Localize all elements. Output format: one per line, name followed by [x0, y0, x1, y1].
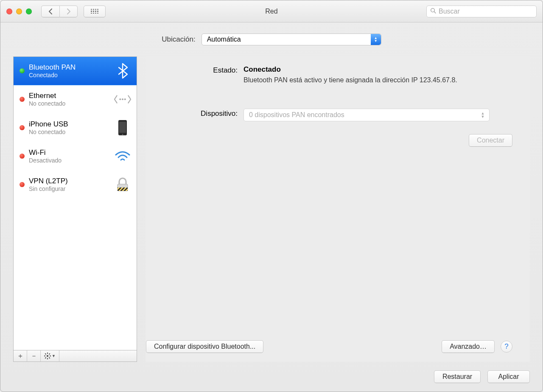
svg-line-19 [49, 353, 50, 354]
advanced-button[interactable]: Avanzado… [442, 340, 495, 353]
service-name: iPhone USB [29, 120, 109, 129]
svg-line-16 [45, 353, 46, 354]
svg-point-3 [122, 98, 123, 100]
device-value-block: 0 dispositivos PAN encontrados ▲▼ [244, 109, 512, 121]
help-icon: ? [504, 342, 508, 351]
service-text: iPhone USB No conectado [29, 120, 109, 135]
lock-icon [114, 176, 132, 193]
device-row: Dispositivo: 0 dispositivos PAN encontra… [146, 109, 512, 121]
state-label: Estado: [146, 65, 244, 85]
forward-button[interactable] [59, 6, 78, 17]
svg-point-2 [119, 98, 121, 100]
titlebar: Red Buscar [0, 0, 543, 22]
sidebar: Bluetooth PAN Conectado Ethernet No cone… [13, 56, 137, 362]
show-all-button[interactable] [84, 6, 106, 17]
service-status: Desactivado [29, 157, 109, 164]
gear-icon [44, 353, 51, 359]
add-service-button[interactable]: ＋ [14, 350, 27, 361]
updown-arrows-icon: ▲▼ [480, 112, 486, 118]
device-label: Dispositivo: [146, 109, 244, 121]
back-button[interactable] [41, 6, 59, 17]
state-value-block: Conectado Bluetooth PAN está activo y ti… [244, 65, 512, 85]
service-status: Sin configurar [29, 185, 109, 192]
bluetooth-icon [114, 62, 132, 80]
service-item-vpn[interactable]: VPN (L2TP) Sin configurar [14, 171, 137, 199]
configure-bluetooth-button[interactable]: Configurar dispositivo Bluetooth... [146, 340, 263, 353]
service-name: Ethernet [29, 92, 109, 100]
window-footer: Restaurar Aplicar [0, 362, 543, 392]
service-status: No conectado [29, 100, 109, 107]
service-item-wifi[interactable]: Wi-Fi Desactivado [14, 142, 137, 171]
status-dot-icon [20, 125, 25, 130]
network-preferences-window: Red Buscar Ubicación: Automática ▲▼ Blue… [0, 0, 543, 392]
service-name: VPN (L2TP) [29, 177, 109, 185]
status-dot-icon [20, 154, 25, 159]
remove-service-button[interactable]: － [27, 350, 41, 361]
chevron-left-icon [48, 8, 53, 14]
ethernet-icon [114, 90, 132, 108]
content-area: Bluetooth PAN Conectado Ethernet No cone… [0, 56, 543, 362]
state-row: Estado: Conectado Bluetooth PAN está act… [146, 65, 512, 85]
device-select-value: 0 dispositivos PAN encontrados [249, 111, 344, 119]
search-placeholder: Buscar [439, 8, 460, 15]
device-select[interactable]: 0 dispositivos PAN encontrados ▲▼ [244, 109, 490, 121]
service-text: Wi-Fi Desactivado [29, 148, 109, 164]
updown-arrows-icon: ▲▼ [371, 34, 381, 45]
state-value: Conectado [244, 65, 512, 74]
service-text: Ethernet No conectado [29, 92, 109, 107]
svg-point-11 [47, 355, 48, 357]
iphone-icon [114, 119, 132, 137]
service-list: Bluetooth PAN Conectado Ethernet No cone… [13, 56, 137, 350]
location-label: Ubicación: [162, 35, 195, 44]
status-dot-icon [20, 68, 25, 73]
service-status: No conectado [29, 129, 109, 135]
location-select[interactable]: Automática ▲▼ [202, 34, 381, 45]
service-actions-menu[interactable]: ▼ [41, 350, 59, 361]
service-name: Wi-Fi [29, 148, 109, 157]
detail-panel: Estado: Conectado Bluetooth PAN está act… [146, 56, 530, 362]
close-window-button[interactable] [6, 8, 12, 14]
connect-row: Conectar [146, 134, 512, 147]
search-icon [430, 8, 436, 15]
svg-point-4 [124, 98, 126, 100]
service-item-ethernet[interactable]: Ethernet No conectado [14, 85, 137, 114]
chevron-down-icon: ▼ [52, 354, 56, 358]
traffic-lights [6, 8, 32, 14]
help-button[interactable]: ? [501, 341, 512, 353]
revert-button[interactable]: Restaurar [434, 370, 481, 383]
svg-rect-9 [118, 188, 128, 191]
location-value: Automática [207, 36, 241, 43]
service-item-iphone-usb[interactable]: iPhone USB No conectado [14, 114, 137, 142]
svg-rect-6 [119, 122, 126, 133]
svg-line-1 [434, 11, 436, 13]
svg-line-17 [49, 358, 50, 358]
apply-button[interactable]: Aplicar [487, 370, 530, 383]
status-dot-icon [20, 182, 25, 187]
detail-footer: Configurar dispositivo Bluetooth... Avan… [146, 340, 512, 353]
status-dot-icon [20, 97, 25, 102]
service-text: Bluetooth PAN Conectado [29, 63, 109, 78]
service-text: VPN (L2TP) Sin configurar [29, 177, 109, 192]
wifi-icon [114, 147, 132, 165]
search-input[interactable]: Buscar [426, 6, 537, 17]
minimize-window-button[interactable] [16, 8, 22, 14]
service-item-bluetooth-pan[interactable]: Bluetooth PAN Conectado [14, 57, 137, 85]
grid-icon [91, 9, 98, 14]
connect-button[interactable]: Conectar [469, 134, 512, 147]
svg-point-7 [122, 134, 123, 135]
service-status: Conectado [29, 72, 109, 78]
sidebar-footer: ＋ － ▼ [13, 350, 137, 362]
state-description: Bluetooth PAN está activo y tiene asigna… [244, 76, 481, 85]
chevron-right-icon [66, 8, 71, 14]
location-row: Ubicación: Automática ▲▼ [0, 22, 543, 56]
nav-button-group [41, 6, 78, 17]
service-name: Bluetooth PAN [29, 63, 109, 72]
zoom-window-button[interactable] [26, 8, 32, 14]
svg-line-18 [45, 358, 46, 358]
